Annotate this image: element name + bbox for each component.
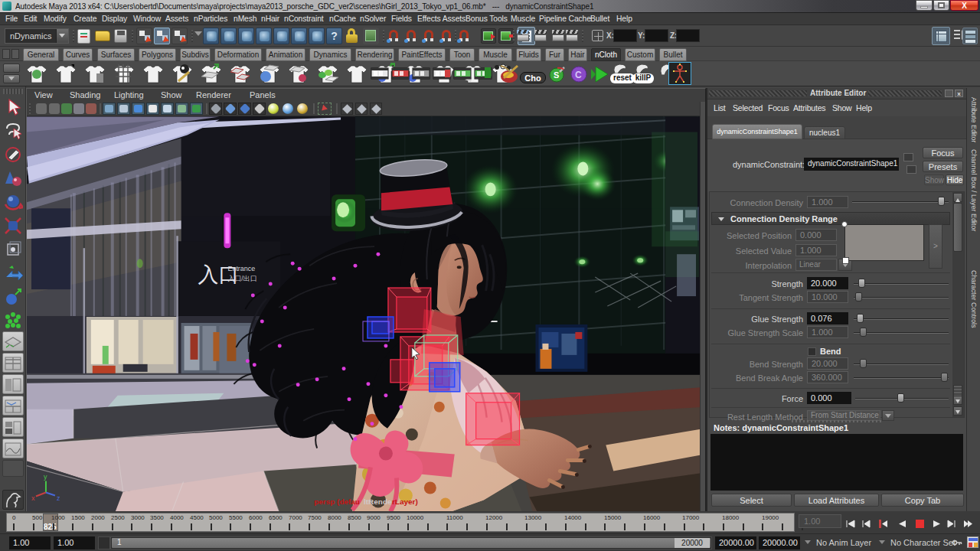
svg-text:x: x [31,494,35,502]
svg-text:y: y [44,473,47,481]
svg-text:ltRende: ltRende [364,497,392,506]
svg-text:S: S [554,70,559,80]
svg-text:rLayer): rLayer) [392,497,418,506]
svg-text:persp (defau: persp (defau [314,497,360,506]
svg-text:z: z [57,494,60,502]
svg-text:C: C [575,70,582,80]
